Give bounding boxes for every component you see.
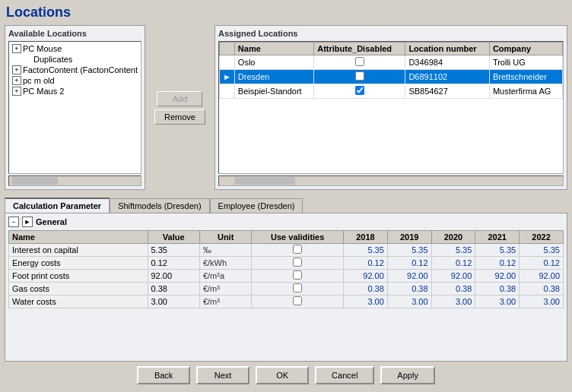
row-2020: 3.00	[431, 296, 475, 308]
row-name: Interest on capital	[9, 244, 148, 257]
row-2021: 92.00	[475, 270, 520, 283]
group-label: General	[36, 217, 67, 226]
row-2022: 0.12	[520, 257, 564, 270]
row-location-number: SB854627	[405, 84, 490, 99]
col-2022: 2022	[520, 231, 564, 244]
cancel-button[interactable]: Cancel	[315, 366, 374, 384]
tabs-bar: Calculation Parameter Shiftmodels (Dresd…	[5, 198, 567, 213]
tab-calc-param[interactable]: Calculation Parameter	[5, 198, 110, 213]
col-2020: 2020	[431, 231, 475, 244]
row-2021: 5.35	[475, 244, 520, 257]
calc-param-table: Name Value Unit Use validities 2018 2019…	[8, 230, 564, 308]
expand-icon[interactable]: +	[12, 44, 21, 53]
row-name: Dresden	[234, 70, 313, 84]
row-unit: ‰	[199, 244, 251, 257]
list-item[interactable]: + pc m old	[11, 75, 139, 86]
available-locations-tree[interactable]: + PC Mouse Duplicates + FactonContent (F…	[8, 41, 141, 174]
row-2018: 0.12	[344, 257, 388, 270]
row-use-validities[interactable]	[252, 244, 344, 257]
ok-button[interactable]: OK	[256, 366, 309, 384]
row-2022: 92.00	[520, 270, 564, 283]
row-use-validities[interactable]	[252, 270, 344, 283]
list-item[interactable]: Duplicates	[11, 54, 139, 65]
item-label: PC Mouse	[23, 44, 62, 53]
main-container: Locations Available Locations + PC Mouse…	[0, 0, 572, 392]
col-unit: Unit	[199, 231, 251, 244]
row-disabled	[314, 84, 405, 99]
col-disabled: Attribute_Disabled	[314, 43, 405, 55]
table-row: Water costs 3.00 €/m³ 3.00 3.00 3.00 3.0…	[9, 296, 564, 308]
assigned-scrollbar[interactable]	[218, 175, 564, 186]
assigned-locations-label: Assigned Locations	[218, 29, 564, 38]
row-2020: 0.12	[431, 257, 475, 270]
row-2018: 0.38	[344, 283, 388, 296]
back-button[interactable]: Back	[137, 366, 190, 384]
assigned-locations-panel: Assigned Locations Name Attribute_Disabl…	[214, 25, 567, 190]
row-value: 5.35	[148, 244, 199, 257]
item-label: PC Maus 2	[23, 87, 64, 96]
expand-icon[interactable]: +	[12, 65, 21, 74]
assigned-locations-table-container[interactable]: Name Attribute_Disabled Location number …	[218, 41, 564, 174]
add-button[interactable]: Add	[157, 91, 202, 106]
available-locations-panel: Available Locations + PC Mouse Duplicate…	[5, 25, 145, 190]
collapse-button[interactable]: −	[8, 217, 19, 227]
row-value: 3.00	[148, 296, 199, 308]
list-item[interactable]: + FactonContent (FactonContent	[11, 65, 139, 75]
row-use-validities[interactable]	[252, 283, 344, 296]
col-name: Name	[9, 231, 148, 244]
row-arrow	[219, 84, 234, 99]
row-company: Musterfirma AG	[489, 84, 562, 99]
row-use-validities[interactable]	[252, 296, 344, 308]
list-item[interactable]: + PC Maus 2	[11, 86, 139, 96]
table-row: Interest on capital 5.35 ‰ 5.35 5.35 5.3…	[9, 244, 564, 257]
remove-button[interactable]: Remove	[154, 109, 205, 125]
row-2019: 0.38	[387, 283, 431, 296]
apply-button[interactable]: Apply	[380, 366, 435, 384]
col-company: Company	[489, 43, 562, 55]
row-name: Oslo	[234, 55, 313, 70]
table-row[interactable]: Oslo D346984 Trolli UG	[219, 55, 562, 70]
page-title: Locations	[5, 5, 567, 21]
row-name: Gas costs	[9, 283, 148, 296]
row-2019: 92.00	[387, 270, 431, 283]
row-2021: 0.12	[475, 257, 520, 270]
table-row: Foot print costs 92.00 €/m²a 92.00 92.00…	[9, 270, 564, 283]
expand-next-button[interactable]: ►	[22, 217, 33, 227]
row-use-validities[interactable]	[252, 257, 344, 270]
calc-header: − ► General	[8, 217, 564, 227]
table-row[interactable]: Beispiel-Standort SB854627 Musterfirma A…	[219, 84, 562, 99]
add-remove-section: Add Remove	[150, 25, 210, 190]
assigned-locations-table: Name Attribute_Disabled Location number …	[219, 42, 563, 99]
row-value: 0.12	[148, 257, 199, 270]
expand-icon[interactable]: +	[12, 76, 21, 85]
col-name: Name	[234, 43, 313, 55]
row-unit: €/m²a	[199, 270, 251, 283]
row-2020: 0.38	[431, 283, 475, 296]
row-name: Energy costs	[9, 257, 148, 270]
row-2019: 3.00	[387, 296, 431, 308]
row-unit: €/kWh	[199, 257, 251, 270]
tab-shiftmodels[interactable]: Shiftmodels (Dresden)	[110, 198, 209, 213]
available-scrollbar[interactable]	[8, 175, 141, 186]
row-2022: 5.35	[520, 244, 564, 257]
row-name: Water costs	[9, 296, 148, 308]
row-2020: 92.00	[431, 270, 475, 283]
col-2021: 2021	[475, 231, 520, 244]
table-row[interactable]: ► Dresden D6891102 Brettschneider	[219, 70, 562, 84]
list-item[interactable]: + PC Mouse	[11, 43, 139, 54]
row-value: 0.38	[148, 283, 199, 296]
row-location-number: D346984	[405, 55, 490, 70]
row-2018: 5.35	[344, 244, 388, 257]
row-name: Foot print costs	[9, 270, 148, 283]
item-label: Duplicates	[33, 55, 72, 64]
item-label: pc m old	[23, 76, 55, 85]
row-2020: 5.35	[431, 244, 475, 257]
row-2019: 5.35	[387, 244, 431, 257]
tab-employee[interactable]: Employee (Dresden)	[210, 198, 303, 213]
row-2021: 3.00	[475, 296, 520, 308]
row-disabled	[314, 55, 405, 70]
next-button[interactable]: Next	[196, 366, 249, 384]
row-2019: 0.12	[387, 257, 431, 270]
expand-icon[interactable]: +	[12, 87, 21, 96]
row-name: Beispiel-Standort	[234, 84, 313, 99]
